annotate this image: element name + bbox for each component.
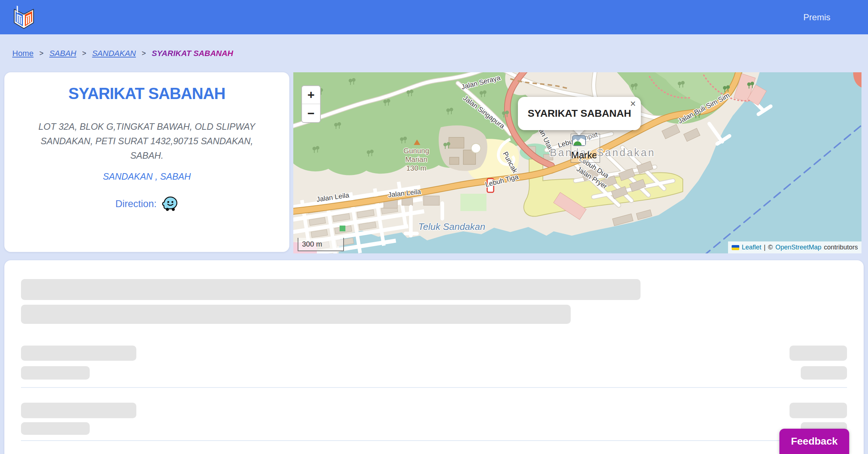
skeleton-chip [21, 403, 136, 418]
skeleton-chip [21, 366, 90, 380]
divider [21, 387, 847, 388]
zoom-out-button[interactable]: − [302, 104, 320, 122]
skeleton-bar [21, 279, 641, 300]
map-label-gunung-1: Gunung [403, 147, 429, 155]
skeleton-chip [790, 346, 847, 361]
breadcrumb-current: SYARIKAT SABANAH [152, 49, 233, 58]
attribution-pipe: | [764, 244, 766, 251]
map-marker[interactable]: Marker [571, 134, 600, 163]
direction-label: Direction: [115, 198, 157, 210]
breadcrumb-home-link[interactable]: Home [12, 49, 34, 58]
popup-close-icon[interactable]: × [630, 99, 636, 109]
waze-icon[interactable] [162, 196, 178, 211]
breadcrumb-separator: > [142, 49, 146, 57]
map-label-gunung-3: 130 m [406, 164, 426, 172]
feedback-button[interactable]: Feedback [779, 429, 849, 454]
business-location-links: SANDAKAN , SABAH [4, 171, 289, 182]
app-header: Premis [0, 0, 868, 34]
map-attribution: Leaflet | © OpenStreetMap contributors [728, 241, 861, 253]
comma: , [155, 171, 158, 181]
direction-row: Direction: [4, 196, 289, 211]
brand-logo-icon[interactable] [12, 5, 35, 29]
leaflet-link[interactable]: Leaflet [742, 244, 761, 251]
business-name: SYARIKAT SABANAH [4, 85, 289, 103]
page: Premis Home > SABAH > SANDAKAN > SYARIKA… [0, 0, 868, 454]
district-link[interactable]: SANDAKAN [103, 171, 153, 181]
business-info-card: SYARIKAT SABANAH LOT 32A, BLOK G,TINGKAT… [4, 72, 289, 252]
skeleton-chip [21, 346, 136, 361]
map-label-teluk-sandakan: Teluk Sandakan [418, 221, 485, 232]
business-address: LOT 32A, BLOK G,TINGKAT BAWAH, OLD SLIPW… [24, 119, 270, 163]
nav-premis-link[interactable]: Premis [803, 12, 830, 22]
popup-title: SYARIKAT SABANAH [528, 108, 631, 119]
skeleton-chip [801, 366, 847, 380]
ukraine-flag-icon [732, 245, 739, 250]
skeleton-chip [790, 403, 847, 418]
map-label-bandar-sandakan: Bandar Sandakan [550, 147, 655, 158]
map-popup: SYARIKAT SABANAH × [518, 97, 641, 130]
map-label-gunung-2: Marian [405, 155, 427, 163]
map-scale: 300 m [298, 238, 344, 251]
attribution-copyright: © [768, 244, 773, 251]
map-zoom-control: + − [301, 85, 321, 123]
attribution-contributors: contributors [824, 244, 858, 251]
state-link[interactable]: SABAH [160, 171, 191, 181]
marker-alt-text: Marker [571, 150, 596, 161]
breadcrumb: Home > SABAH > SANDAKAN > SYARIKAT SABAN… [0, 34, 868, 72]
breadcrumb-separator: > [82, 49, 86, 57]
breadcrumb-separator: > [39, 49, 44, 57]
zoom-in-button[interactable]: + [302, 86, 320, 104]
openstreetmap-link[interactable]: OpenStreetMap [775, 244, 821, 251]
divider [21, 440, 847, 441]
broken-image-icon [572, 135, 586, 146]
map-canvas[interactable]: Jalan Seraya Jalan Singapura an Utara Gu… [293, 72, 861, 253]
detail-card [4, 260, 864, 454]
skeleton-chip [21, 422, 90, 435]
breadcrumb-state-link[interactable]: SABAH [49, 49, 76, 58]
breadcrumb-district-link[interactable]: SANDAKAN [92, 49, 136, 58]
skeleton-bar [21, 305, 571, 324]
